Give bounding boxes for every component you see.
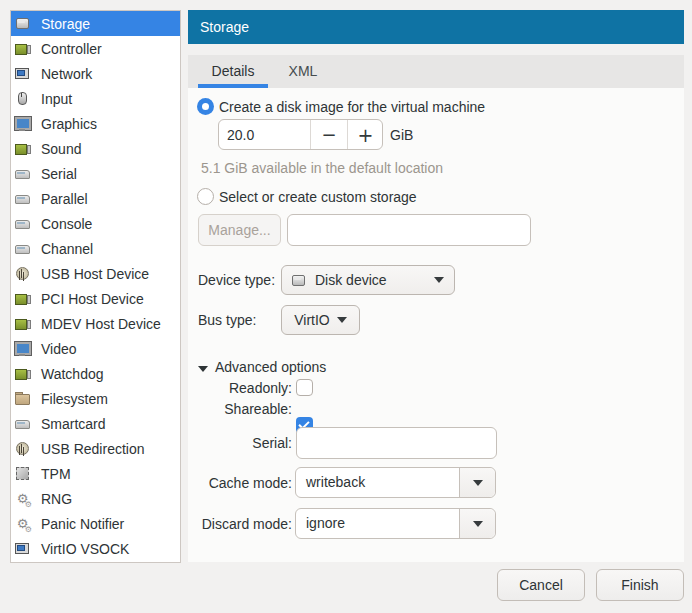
sidebar-item-usb-host-device[interactable]: USB Host Device: [11, 261, 180, 286]
dropdown-arrow-icon: [473, 521, 483, 527]
sidebar-item-video[interactable]: Video: [11, 336, 180, 361]
manage-button[interactable]: Manage...: [198, 214, 281, 246]
card-icon: [14, 290, 31, 307]
tab-bar: Details XML: [188, 55, 684, 88]
discard-mode-combo[interactable]: ignore: [295, 508, 496, 539]
bus-type-value: VirtIO: [294, 312, 330, 328]
advanced-options-label: Advanced options: [215, 359, 326, 375]
finish-button[interactable]: Finish: [596, 569, 684, 601]
radio-create-label[interactable]: Create a disk image for the virtual mach…: [219, 99, 485, 115]
monitor-icon: [14, 340, 31, 357]
sidebar-item-usb-redirection[interactable]: USB Redirection: [11, 436, 180, 461]
device-type-label: Device type:: [198, 272, 275, 288]
folder-icon: [14, 390, 31, 407]
bus-type-combo[interactable]: VirtIO: [281, 305, 360, 335]
gear-icon: [14, 490, 31, 507]
cache-mode-value: writeback: [306, 468, 365, 497]
device-type-combo[interactable]: Disk device: [281, 265, 455, 295]
tab-details[interactable]: Details: [198, 55, 268, 88]
sidebar-item-sound[interactable]: Sound: [11, 136, 180, 161]
gear-icon: [14, 515, 31, 532]
plus-icon[interactable]: [347, 120, 383, 149]
dropdown-arrow-icon: [434, 277, 444, 283]
tab-xml-label: XML: [289, 63, 318, 79]
usb-icon: [14, 440, 31, 457]
card-icon: [14, 140, 31, 157]
discard-mode-value: ignore: [306, 509, 345, 538]
sidebar-item-serial[interactable]: Serial: [11, 161, 180, 186]
expander-down-icon: [198, 366, 208, 372]
cache-mode-label: Cache mode:: [198, 475, 292, 491]
serial-icon: [14, 165, 31, 182]
disk-icon: [14, 15, 31, 32]
cache-mode-combo[interactable]: writeback: [295, 467, 496, 498]
bus-type-label: Bus type:: [198, 312, 256, 328]
sidebar-item-parallel[interactable]: Parallel: [11, 186, 180, 211]
cancel-button-label: Cancel: [519, 577, 563, 593]
sidebar-item-filesystem[interactable]: Filesystem: [11, 386, 180, 411]
sidebar-item-rng[interactable]: RNG: [11, 486, 180, 511]
tab-details-label: Details: [212, 63, 255, 79]
sidebar-item-input[interactable]: Input: [11, 86, 180, 111]
minus-icon[interactable]: [310, 120, 347, 149]
details-panel: Create a disk image for the virtual mach…: [188, 88, 684, 562]
shareable-label: Shareable:: [198, 401, 292, 417]
sidebar-item-smartcard[interactable]: Smartcard: [11, 411, 180, 436]
sidebar-item-network[interactable]: Network: [11, 61, 180, 86]
sidebar-item-pci-host-device[interactable]: PCI Host Device: [11, 286, 180, 311]
device-type-value: Disk device: [315, 272, 387, 288]
tpm-icon: [14, 465, 31, 482]
sidebar-item-mdev-host-device[interactable]: MDEV Host Device: [11, 311, 180, 336]
custom-storage-entry[interactable]: [288, 215, 530, 245]
radio-custom-storage[interactable]: [197, 188, 214, 205]
dropdown-arrow-icon: [337, 317, 347, 323]
sidebar-item-watchdog[interactable]: Watchdog: [11, 361, 180, 386]
serial-icon: [14, 215, 31, 232]
vsock-icon: [14, 540, 31, 557]
serial-entry[interactable]: [297, 428, 496, 458]
dropdown-arrow-icon: [473, 480, 483, 486]
sidebar-item-virtio-vsock[interactable]: VirtIO VSOCK: [11, 536, 180, 561]
monitor-icon: [14, 115, 31, 132]
cache-mode-dropdown-button[interactable]: [459, 468, 495, 497]
size-unit-label: GiB: [390, 127, 413, 143]
page-header: Storage: [188, 10, 684, 44]
serial-label: Serial:: [198, 435, 292, 451]
discard-mode-dropdown-button[interactable]: [459, 509, 495, 538]
disk-size-spinbox: [218, 119, 383, 150]
page-title: Storage: [200, 19, 249, 35]
tab-xml[interactable]: XML: [268, 55, 338, 88]
serial-entry-box: [296, 427, 497, 459]
sidebar-item-channel[interactable]: Channel: [11, 236, 180, 261]
readonly-label: Readonly:: [198, 380, 292, 396]
serial-icon: [14, 190, 31, 207]
card-icon: [14, 315, 31, 332]
manage-button-label: Manage...: [208, 222, 270, 238]
disk-icon: [290, 272, 307, 289]
card-icon: [14, 365, 31, 382]
card-icon: [14, 40, 31, 57]
sidebar-item-console[interactable]: Console: [11, 211, 180, 236]
custom-storage-entry-box: [287, 214, 531, 246]
available-space-hint: 5.1 GiB available in the default locatio…: [201, 160, 443, 176]
add-hardware-dialog: Storage Controller Network Input Graphic…: [0, 0, 692, 613]
readonly-checkbox[interactable]: [296, 379, 313, 396]
serial-icon: [14, 240, 31, 257]
network-icon: [14, 65, 31, 82]
radio-create-disk-image[interactable]: [197, 98, 214, 115]
sidebar-item-panic-notifier[interactable]: Panic Notifier: [11, 511, 180, 536]
cancel-button[interactable]: Cancel: [497, 569, 585, 601]
radio-custom-label[interactable]: Select or create custom storage: [219, 189, 417, 205]
sidebar-item-controller[interactable]: Controller: [11, 36, 180, 61]
sidebar: Storage Controller Network Input Graphic…: [10, 10, 181, 563]
mouse-icon: [14, 90, 31, 107]
serial-icon: [14, 415, 31, 432]
usb-icon: [14, 265, 31, 282]
sidebar-item-graphics[interactable]: Graphics: [11, 111, 180, 136]
sidebar-item-storage[interactable]: Storage: [11, 11, 180, 36]
discard-mode-label: Discard mode:: [198, 516, 292, 532]
sidebar-item-tpm[interactable]: TPM: [11, 461, 180, 486]
advanced-options-expander[interactable]: Advanced options: [198, 359, 326, 375]
finish-button-label: Finish: [621, 577, 658, 593]
